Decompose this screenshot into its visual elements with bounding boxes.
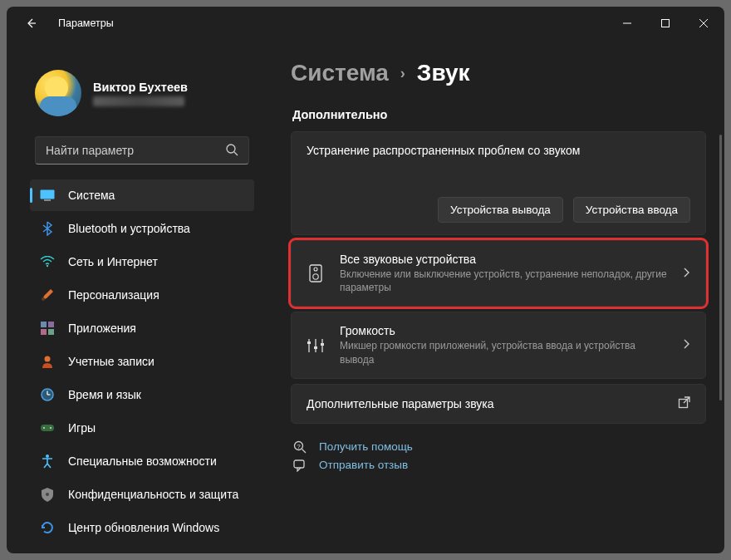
svg-rect-28 (307, 341, 311, 344)
svg-point-25 (314, 268, 317, 271)
troubleshoot-title: Устранение распространенных проблем со з… (307, 144, 690, 157)
svg-rect-19 (41, 425, 54, 431)
nav-label: Персонализация (68, 288, 159, 302)
mixer-icon (307, 339, 325, 352)
row-subtitle: Микшер громкости приложений, устройства … (340, 339, 667, 366)
nav-label: Центр обновления Windows (68, 521, 219, 534)
time-icon (40, 387, 55, 402)
scrollbar[interactable] (719, 70, 722, 547)
settings-window: Параметры Виктор Бухтеев (7, 7, 724, 553)
nav-label: Специальные возможности (68, 454, 217, 468)
breadcrumb: Система › Звук (291, 60, 706, 86)
scrollbar-thumb[interactable] (719, 135, 722, 400)
accessibility-icon (40, 454, 55, 469)
update-icon (40, 520, 55, 535)
svg-point-26 (313, 274, 318, 279)
nav-personalization[interactable]: Персонализация (30, 279, 254, 311)
nav-accessibility[interactable]: Специальные возможности (30, 445, 254, 477)
svg-point-5 (227, 145, 235, 153)
all-sound-devices-row[interactable]: Все звуковые устройства Включение или вы… (291, 240, 706, 307)
profile-email (93, 96, 184, 106)
nav-label: Время и язык (68, 388, 141, 401)
nav-apps[interactable]: Приложения (30, 312, 254, 344)
get-help-link[interactable]: ? Получить помощь (292, 440, 706, 454)
avatar (35, 70, 81, 116)
svg-line-6 (234, 152, 238, 155)
svg-rect-12 (48, 322, 54, 327)
sidebar: Виктор Бухтеев Система Bluetooth и устро… (7, 40, 264, 553)
footer-links: ? Получить помощь Отправить отзыв (291, 440, 706, 472)
svg-rect-30 (314, 346, 317, 349)
nav-time-lang[interactable]: Время и язык (30, 379, 254, 410)
profile-block[interactable]: Виктор Бухтеев (35, 70, 254, 116)
svg-line-36 (302, 449, 307, 453)
search-box[interactable] (35, 136, 249, 165)
window-controls (608, 10, 723, 37)
chevron-right-icon (682, 267, 690, 281)
feedback-icon (292, 459, 307, 472)
svg-point-22 (46, 454, 49, 458)
content-area: Система › Звук Дополнительно Устранение … (264, 40, 724, 553)
nav-system[interactable]: Система (30, 179, 254, 211)
nav-label: Bluetooth и устройства (68, 222, 190, 235)
nav-network[interactable]: Сеть и Интернет (30, 246, 254, 278)
svg-rect-2 (662, 20, 670, 27)
more-sound-settings-row[interactable]: Дополнительные параметры звука (291, 384, 706, 424)
svg-rect-37 (294, 460, 304, 468)
svg-point-21 (50, 427, 52, 429)
back-button[interactable] (18, 11, 43, 36)
nav-accounts[interactable]: Учетные записи (30, 346, 254, 377)
svg-rect-14 (48, 329, 54, 335)
row-title: Громкость (340, 324, 667, 337)
maximize-button[interactable] (646, 10, 684, 37)
apps-icon (40, 321, 55, 336)
minimize-button[interactable] (608, 10, 646, 37)
row-subtitle: Включение или выключение устройств, устр… (340, 268, 667, 294)
system-icon (40, 188, 55, 203)
account-icon (40, 354, 55, 369)
help-icon: ? (292, 440, 307, 454)
svg-point-10 (42, 297, 45, 301)
nav-label: Конфиденциальность и защита (68, 488, 238, 501)
search-icon (225, 143, 238, 159)
volume-mixer-row[interactable]: Громкость Микшер громкости приложений, у… (291, 312, 706, 378)
nav-label: Сеть и Интернет (68, 255, 158, 268)
svg-point-15 (45, 356, 51, 362)
page-title: Звук (417, 60, 470, 86)
svg-point-9 (47, 265, 48, 267)
nav-label: Игры (68, 421, 96, 435)
nav-list: Система Bluetooth и устройства Сеть и Ин… (30, 179, 254, 543)
row-title: Дополнительные параметры звука (307, 397, 663, 410)
send-feedback-link[interactable]: Отправить отзыв (292, 459, 706, 472)
svg-rect-32 (321, 343, 324, 346)
external-link-icon (678, 396, 690, 411)
section-title-additional: Дополнительно (292, 108, 706, 121)
svg-point-20 (43, 427, 45, 429)
nav-bluetooth[interactable]: Bluetooth и устройства (30, 213, 254, 244)
nav-gaming[interactable]: Игры (30, 412, 254, 444)
troubleshoot-output-button[interactable]: Устройства вывода (438, 197, 563, 223)
nav-label: Учетные записи (68, 355, 155, 368)
search-input[interactable] (46, 144, 225, 157)
svg-text:?: ? (297, 442, 301, 449)
bluetooth-icon (40, 221, 55, 236)
nav-label: Система (68, 189, 115, 202)
link-label: Отправить отзыв (319, 459, 408, 471)
svg-rect-11 (41, 322, 47, 327)
profile-name: Виктор Бухтеев (93, 81, 188, 94)
nav-update[interactable]: Центр обновления Windows (30, 512, 254, 543)
troubleshoot-input-button[interactable]: Устройства ввода (573, 197, 690, 223)
svg-rect-13 (41, 329, 47, 335)
arrow-left-icon (24, 17, 37, 30)
chevron-right-icon: › (400, 65, 405, 82)
svg-rect-7 (41, 190, 55, 199)
breadcrumb-parent[interactable]: Система (291, 60, 389, 86)
titlebar: Параметры (7, 7, 724, 40)
speaker-icon (307, 264, 325, 282)
close-button[interactable] (684, 10, 723, 37)
brush-icon (40, 287, 55, 302)
nav-privacy[interactable]: Конфиденциальность и защита (30, 479, 254, 510)
link-label: Получить помощь (319, 440, 413, 453)
row-title: Все звуковые устройства (340, 253, 667, 266)
wifi-icon (40, 254, 55, 269)
